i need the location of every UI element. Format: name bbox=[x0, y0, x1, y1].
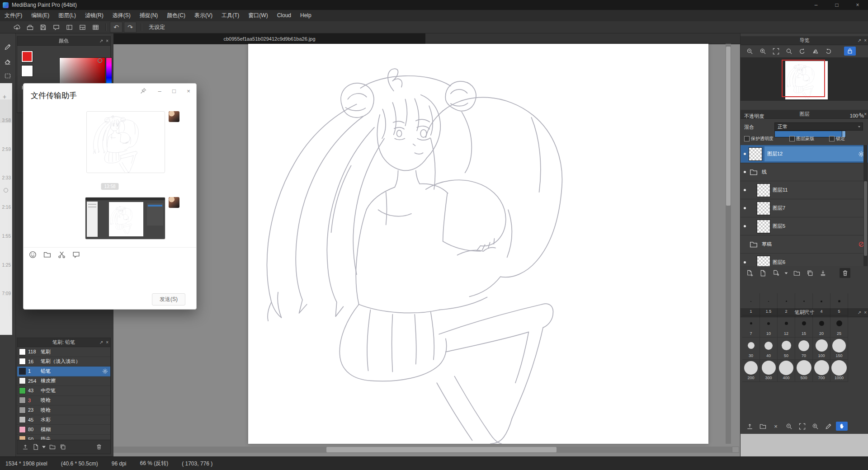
delete-brush-button[interactable] bbox=[94, 442, 104, 451]
nav-zoom-out-button[interactable] bbox=[744, 46, 755, 56]
visibility-indicator[interactable] bbox=[741, 207, 749, 209]
brush-size-option[interactable]: 3 bbox=[795, 293, 813, 315]
duplicate-brush-button[interactable] bbox=[57, 442, 68, 451]
layout-left-button[interactable] bbox=[63, 22, 75, 32]
visibility-indicator[interactable] bbox=[741, 225, 749, 227]
close-icon[interactable]: × bbox=[106, 340, 108, 345]
nav-flip-button[interactable] bbox=[810, 46, 821, 56]
brush-size-option[interactable]: 20 bbox=[813, 315, 830, 338]
material-folder-button[interactable] bbox=[757, 421, 768, 431]
copy-layer-button[interactable] bbox=[804, 268, 815, 278]
screenshot-button[interactable] bbox=[57, 250, 66, 259]
brush-size-option[interactable]: 400 bbox=[778, 360, 795, 382]
material-edit-button[interactable] bbox=[823, 421, 834, 431]
maximize-button[interactable]: □ bbox=[826, 0, 847, 10]
close-icon[interactable]: × bbox=[106, 38, 108, 43]
navigator-preview-area[interactable] bbox=[741, 57, 868, 101]
brush-size-option[interactable]: 2 bbox=[778, 293, 795, 315]
brush-size-option[interactable]: 5 bbox=[830, 293, 848, 315]
materials-list-area[interactable] bbox=[741, 434, 868, 456]
comment-button[interactable] bbox=[50, 22, 62, 32]
brush-size-option[interactable]: 1 bbox=[742, 293, 760, 315]
layer-row-folder-hidden[interactable]: 草稿 bbox=[741, 235, 868, 254]
layer-list-scrollbar[interactable] bbox=[863, 145, 868, 266]
open-button[interactable] bbox=[24, 22, 36, 32]
lock-checkbox[interactable]: 锁定 bbox=[829, 136, 845, 142]
material-fit-button[interactable] bbox=[797, 421, 807, 431]
brush-row[interactable]: 45水彩 bbox=[17, 415, 110, 425]
nav-rotate-left-button[interactable] bbox=[797, 46, 807, 56]
select-tool-button[interactable] bbox=[2, 70, 13, 81]
brush-size-option[interactable]: 30 bbox=[742, 338, 760, 360]
close-icon[interactable]: × bbox=[864, 38, 867, 43]
canvas-horizontal-scrollbar[interactable] bbox=[113, 446, 732, 453]
brush-size-option[interactable]: 150 bbox=[830, 338, 848, 360]
undo-button[interactable]: ↶ bbox=[110, 22, 123, 33]
protect-alpha-checkbox[interactable]: 保护透明度 bbox=[744, 136, 774, 142]
message-input[interactable] bbox=[28, 263, 192, 291]
menu-snap[interactable]: 捕捉(N) bbox=[135, 10, 163, 21]
nav-rotate-right-button[interactable] bbox=[823, 46, 834, 56]
brush-size-option[interactable]: 700 bbox=[813, 360, 830, 382]
brush-size-option[interactable]: 1.5 bbox=[760, 293, 778, 315]
layer-row[interactable]: 图层7 bbox=[741, 199, 868, 217]
popout-icon[interactable]: ↗ bbox=[99, 38, 103, 43]
scrollbar-thumb[interactable] bbox=[726, 47, 731, 206]
duplicate-layer-button[interactable] bbox=[757, 268, 768, 278]
brush-row[interactable]: 80模糊 bbox=[17, 425, 110, 435]
scrollbar-thumb[interactable] bbox=[326, 447, 557, 452]
cloud-save-button[interactable] bbox=[11, 22, 23, 32]
layer-row-selected[interactable]: 图层12 bbox=[741, 145, 868, 163]
material-hand-button-active[interactable] bbox=[836, 422, 848, 431]
menu-select[interactable]: 选择(S) bbox=[108, 10, 135, 21]
menu-filter[interactable]: 滤镜(R) bbox=[80, 10, 108, 21]
visibility-indicator[interactable] bbox=[741, 261, 749, 263]
canvas-vertical-scrollbar[interactable] bbox=[726, 44, 731, 444]
brush-size-option[interactable]: 12 bbox=[778, 315, 795, 338]
brush-preset-label[interactable]: 无设定 bbox=[149, 24, 165, 31]
popout-icon[interactable]: ↗ bbox=[858, 38, 861, 43]
close-icon[interactable]: × bbox=[864, 310, 867, 315]
brush-size-option[interactable]: 10 bbox=[760, 315, 778, 338]
pin-button[interactable] bbox=[139, 87, 147, 94]
chat-history-button[interactable] bbox=[71, 250, 80, 259]
popout-icon[interactable]: ↗ bbox=[858, 310, 861, 315]
add-brush-menu-button[interactable] bbox=[41, 442, 47, 451]
new-layer-menu-button[interactable] bbox=[783, 268, 789, 278]
brush-size-option[interactable]: 40 bbox=[760, 338, 778, 360]
scrollbar-thumb[interactable] bbox=[864, 181, 867, 256]
menu-layer[interactable]: 图层(L) bbox=[54, 10, 80, 21]
visibility-indicator[interactable] bbox=[741, 189, 749, 191]
close-icon[interactable]: × bbox=[864, 112, 867, 117]
layer-row-folder[interactable]: 线 bbox=[741, 163, 868, 181]
material-zoom-out-button[interactable] bbox=[783, 421, 794, 431]
new-folder-button[interactable] bbox=[791, 268, 802, 278]
menu-tool[interactable]: 工具(T) bbox=[217, 10, 244, 21]
blend-mode-dropdown[interactable]: 正常 bbox=[774, 122, 863, 131]
brush-size-option[interactable]: 300 bbox=[760, 360, 778, 382]
brush-size-option[interactable]: 70 bbox=[795, 338, 813, 360]
brush-row[interactable]: 118笔刷 bbox=[17, 347, 110, 357]
layout-split-button[interactable] bbox=[76, 22, 88, 32]
wechat-close-button[interactable]: × bbox=[184, 87, 193, 94]
brush-size-option[interactable]: 15 bbox=[795, 315, 813, 338]
eraser-tool-button[interactable] bbox=[2, 56, 13, 67]
menu-cloud[interactable]: Cloud bbox=[273, 10, 296, 21]
layer-mask-checkbox[interactable]: 图层蒙版 bbox=[789, 136, 814, 142]
menu-window[interactable]: 窗口(W) bbox=[244, 10, 272, 21]
brush-settings-button[interactable] bbox=[102, 368, 108, 374]
menu-help[interactable]: Help bbox=[296, 10, 316, 21]
brush-row[interactable]: 3喷枪 bbox=[17, 396, 110, 406]
add-brush-button[interactable] bbox=[30, 442, 41, 451]
visibility-indicator[interactable] bbox=[741, 153, 749, 155]
layer-row[interactable]: 图层5 bbox=[741, 217, 868, 235]
brush-size-option[interactable]: 4 bbox=[813, 293, 830, 315]
nav-lock-button-active[interactable] bbox=[844, 47, 856, 56]
layer-row[interactable]: 图层11 bbox=[741, 181, 868, 199]
brush-size-option[interactable]: 500 bbox=[795, 360, 813, 382]
document-tab[interactable]: cb0955ef1aa51b029412c9d9b61ba26.jpg bbox=[113, 33, 425, 44]
grid-view-button[interactable] bbox=[90, 22, 101, 32]
brush-size-option[interactable]: 7 bbox=[742, 315, 760, 338]
menu-edit[interactable]: 编辑(E) bbox=[27, 10, 54, 21]
sent-image-message[interactable] bbox=[86, 111, 165, 173]
